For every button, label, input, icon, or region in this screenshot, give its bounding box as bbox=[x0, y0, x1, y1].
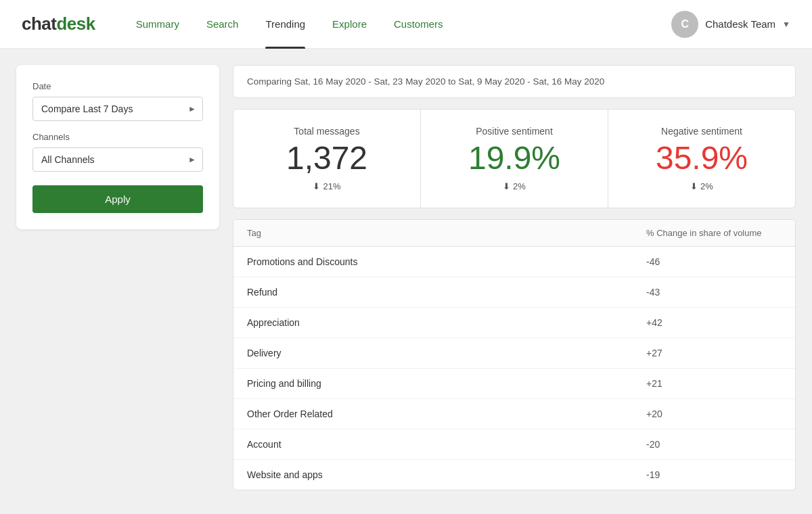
main-content: Date Compare Last 7 Days ► Channels All … bbox=[0, 49, 812, 514]
change-cell: +21 bbox=[646, 378, 782, 389]
change-cell: -43 bbox=[646, 287, 782, 298]
change-cell: -46 bbox=[646, 256, 782, 267]
table-body: Promotions and Discounts -46 Refund -43 … bbox=[233, 247, 795, 490]
nav-explore[interactable]: Explore bbox=[319, 0, 380, 49]
tag-cell: Other Order Related bbox=[247, 408, 646, 419]
table-row: Delivery +27 bbox=[233, 338, 795, 369]
arrow-down-icon: ⬇ bbox=[690, 181, 698, 191]
arrow-down-icon: ⬇ bbox=[313, 181, 320, 191]
nav-summary[interactable]: Summary bbox=[122, 0, 193, 49]
user-name: Chatdesk Team bbox=[705, 18, 775, 30]
total-messages-change-value: 21% bbox=[323, 181, 340, 191]
tag-cell: Refund bbox=[247, 287, 646, 298]
change-cell: -20 bbox=[646, 439, 782, 450]
tag-cell: Promotions and Discounts bbox=[247, 256, 646, 267]
change-column-header: % Change in share of volume bbox=[646, 228, 782, 238]
change-cell: +20 bbox=[646, 408, 782, 419]
positive-sentiment-change-value: 2% bbox=[513, 181, 526, 191]
comparison-text: Comparing Sat, 16 May 2020 - Sat, 23 May… bbox=[247, 76, 604, 87]
tag-cell: Website and apps bbox=[247, 469, 646, 480]
arrow-down-icon: ⬇ bbox=[503, 181, 510, 191]
table-row: Website and apps -19 bbox=[233, 460, 795, 490]
total-messages-label: Total messages bbox=[294, 126, 359, 137]
logo-accent: desk bbox=[56, 14, 95, 34]
positive-sentiment-label: Positive sentiment bbox=[476, 126, 553, 137]
table-row: Promotions and Discounts -46 bbox=[233, 247, 795, 277]
negative-sentiment-label: Negative sentiment bbox=[661, 126, 742, 137]
table-header: Tag % Change in share of volume bbox=[233, 220, 795, 247]
positive-sentiment-stat: Positive sentiment 19.9% ⬇ 2% bbox=[421, 110, 608, 208]
nav-links: Summary Search Trending Explore Customer… bbox=[122, 0, 671, 49]
trending-table: Tag % Change in share of volume Promotio… bbox=[233, 219, 796, 490]
table-row: Account -20 bbox=[233, 429, 795, 460]
table-row: Pricing and billing +21 bbox=[233, 369, 795, 399]
total-messages-value: 1,372 bbox=[286, 142, 367, 174]
total-messages-stat: Total messages 1,372 ⬇ 21% bbox=[233, 110, 421, 208]
table-row: Appreciation +42 bbox=[233, 308, 795, 338]
positive-sentiment-change: ⬇ 2% bbox=[503, 181, 526, 191]
filter-card: Date Compare Last 7 Days ► Channels All … bbox=[16, 65, 219, 229]
channels-select[interactable]: All Channels bbox=[32, 147, 203, 172]
nav-customers[interactable]: Customers bbox=[380, 0, 457, 49]
negative-sentiment-stat: Negative sentiment 35.9% ⬇ 2% bbox=[608, 110, 795, 208]
change-cell: +27 bbox=[646, 348, 782, 358]
stats-card: Total messages 1,372 ⬇ 21% Positive sent… bbox=[233, 109, 796, 208]
tag-cell: Appreciation bbox=[247, 317, 646, 328]
date-select[interactable]: Compare Last 7 Days bbox=[32, 97, 203, 121]
comparison-banner: Comparing Sat, 16 May 2020 - Sat, 23 May… bbox=[233, 65, 796, 98]
avatar: C bbox=[671, 11, 698, 38]
navbar: chatdesk Summary Search Trending Explore… bbox=[0, 0, 812, 49]
change-cell: -19 bbox=[646, 469, 782, 480]
table-row: Other Order Related +20 bbox=[233, 399, 795, 429]
negative-sentiment-change: ⬇ 2% bbox=[690, 181, 713, 191]
date-filter-label: Date bbox=[32, 81, 203, 91]
tag-cell: Delivery bbox=[247, 348, 646, 358]
tag-cell: Account bbox=[247, 439, 646, 450]
nav-trending[interactable]: Trending bbox=[252, 0, 319, 49]
chevron-down-icon: ▼ bbox=[782, 20, 790, 29]
channels-select-wrapper: All Channels ► bbox=[32, 147, 203, 172]
brand-logo: chatdesk bbox=[22, 14, 95, 34]
user-menu[interactable]: C Chatdesk Team ▼ bbox=[671, 11, 790, 38]
negative-sentiment-change-value: 2% bbox=[700, 181, 713, 191]
filter-sidebar: Date Compare Last 7 Days ► Channels All … bbox=[16, 65, 219, 498]
channels-filter-label: Channels bbox=[32, 132, 203, 142]
date-select-wrapper: Compare Last 7 Days ► bbox=[32, 97, 203, 121]
right-content: Comparing Sat, 16 May 2020 - Sat, 23 May… bbox=[233, 65, 796, 498]
apply-button[interactable]: Apply bbox=[32, 185, 203, 213]
positive-sentiment-value: 19.9% bbox=[468, 142, 560, 174]
negative-sentiment-value: 35.9% bbox=[656, 142, 748, 174]
tag-column-header: Tag bbox=[247, 228, 646, 238]
nav-search[interactable]: Search bbox=[193, 0, 252, 49]
change-cell: +42 bbox=[646, 317, 782, 328]
total-messages-change: ⬇ 21% bbox=[313, 181, 340, 191]
table-row: Refund -43 bbox=[233, 277, 795, 308]
tag-cell: Pricing and billing bbox=[247, 378, 646, 389]
